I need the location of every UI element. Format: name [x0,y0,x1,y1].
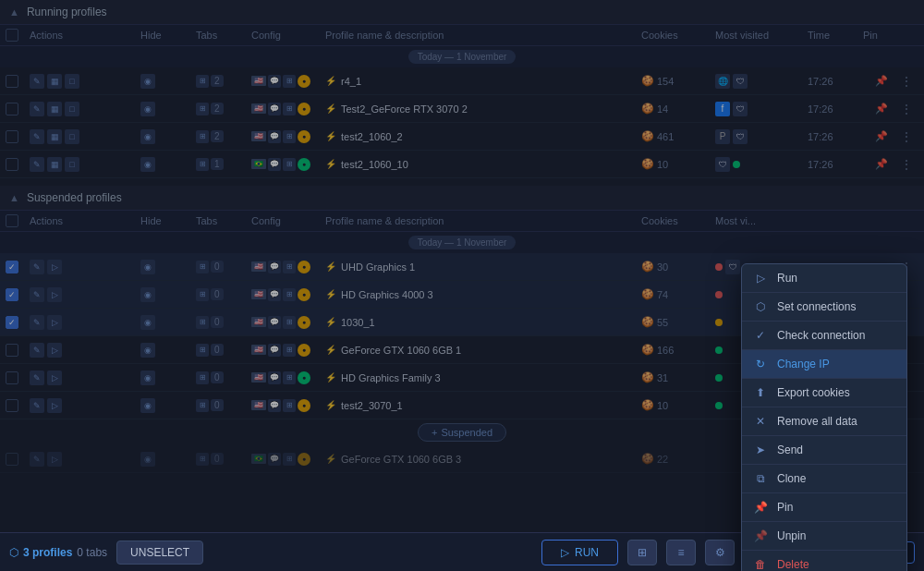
hide-icon[interactable]: ◉ [140,452,155,467]
pin-menu-icon: 📌 [753,500,768,515]
play-icon[interactable]: ▷ [47,315,62,330]
play-icon[interactable]: ▷ [47,343,62,358]
more-menu-r1[interactable]: ⋮ [900,74,918,89]
hide-icon[interactable]: ◉ [140,157,155,172]
hide-icon[interactable]: ◉ [140,74,155,89]
edit-icon[interactable]: ✎ [30,315,44,330]
tab-count-s3: ⊞ 0 [196,316,251,329]
pin-icon-r2[interactable]: 📌 [875,103,888,115]
menu-item-remove-all-data[interactable]: ✕ Remove all data [742,407,906,436]
profile-arrow: ⚡ [325,400,336,410]
more-menu-r4[interactable]: ⋮ [900,157,918,172]
row-checkbox-s1[interactable] [6,261,18,273]
list-view-btn[interactable]: ≡ [666,540,696,565]
grid-icon: ⊞ [283,399,296,412]
chat-icon: 💬 [268,103,281,115]
row-checkbox-r3[interactable] [6,130,18,143]
run-button[interactable]: ▷ RUN [541,540,618,565]
menu-item-pin[interactable]: 📌 Pin [742,493,906,522]
hide-icon[interactable]: ◉ [140,398,155,413]
play-icon[interactable]: ▷ [47,452,62,467]
chart-icon[interactable]: ▦ [47,157,62,172]
stop-icon[interactable]: □ [65,157,79,172]
header-checkbox[interactable] [6,29,30,42]
globe-icon: 🌐 [715,74,730,89]
chart-icon[interactable]: ▦ [47,129,62,144]
edit-icon[interactable]: ✎ [30,74,44,89]
settings-btn[interactable]: ⚙ [705,540,735,565]
edit-icon[interactable]: ✎ [30,260,44,274]
tab-count-s1: ⊞ 0 [196,261,251,273]
select-all-running[interactable] [6,29,18,42]
menu-item-export-cookies[interactable]: ⬆ Export cookies [742,379,906,407]
menu-label-send: Send [777,443,803,456]
profile-name-s7: ⚡ GeForce GTX 1060 6GB 3 [325,454,641,465]
menu-item-run[interactable]: ▷ Run [742,264,906,293]
edit-icon[interactable]: ✎ [30,343,44,358]
more-menu-r2[interactable]: ⋮ [900,102,918,116]
hide-icon[interactable]: ◉ [140,315,155,330]
edit-icon[interactable]: ✎ [30,371,44,385]
more-menu-r3[interactable]: ⋮ [900,129,918,144]
unselect-button[interactable]: UNSELECT [116,541,203,565]
menu-label-unpin: Unpin [777,529,806,542]
running-collapse-icon[interactable]: ▲ [9,6,19,18]
edit-icon[interactable]: ✎ [30,102,44,116]
row-checkbox-s5[interactable] [6,371,18,384]
play-icon[interactable]: ▷ [47,398,62,413]
edit-icon[interactable]: ✎ [30,452,44,467]
menu-item-check-connection[interactable]: ✓ Check connection [742,322,906,350]
hide-icon[interactable]: ◉ [140,102,155,116]
hide-icon[interactable]: ◉ [140,129,155,144]
row-checkbox-r1[interactable] [6,75,18,88]
menu-item-set-connections[interactable]: ⬡ Set connections [742,293,906,322]
pin-icon-r4[interactable]: 📌 [875,158,888,170]
profile-name-s4: ⚡ GeForce GTX 1060 6GB 1 [325,345,641,356]
hide-icon[interactable]: ◉ [140,343,155,358]
play-icon[interactable]: ▷ [47,260,62,274]
row-checkbox-s2[interactable] [6,288,18,301]
stop-icon[interactable]: □ [65,102,79,116]
chart-icon[interactable]: ▦ [47,74,62,89]
menu-item-send[interactable]: ➤ Send [742,436,906,465]
edit-icon[interactable]: ✎ [30,287,44,302]
row-checkbox-s6[interactable] [6,399,18,412]
suspended-section-header[interactable]: ▲ Suspended profiles [0,186,924,211]
hide-icon[interactable]: ◉ [140,260,155,274]
running-section-header[interactable]: ▲ Running profiles [0,0,924,25]
edit-icon[interactable]: ✎ [30,157,44,172]
menu-item-clone[interactable]: ⧉ Clone [742,465,906,493]
row-checkbox-r4[interactable] [6,158,18,171]
select-all-suspended[interactable] [6,214,18,227]
edit-icon[interactable]: ✎ [30,398,44,413]
stop-icon[interactable]: □ [65,129,79,144]
profile-count-number: 3 profiles [23,546,72,559]
pin-icon-r1[interactable]: 📌 [875,75,888,87]
suspended-collapse-icon[interactable]: ▲ [9,192,19,203]
header-checkbox-s[interactable] [6,214,30,227]
shield-icon: 🛡 [725,260,740,274]
menu-item-unpin[interactable]: 📌 Unpin [742,522,906,551]
menu-label-clone: Clone [777,472,806,485]
edit-icon[interactable]: ✎ [30,129,44,144]
cookies-s7: 🍪22 [641,453,715,465]
row-checkbox-r2[interactable] [6,103,18,115]
menu-label-check-connection: Check connection [777,329,865,342]
play-icon[interactable]: ▷ [47,371,62,385]
status-circle: ● [298,344,310,357]
pin-icon-r3[interactable]: 📌 [875,130,888,142]
row-checkbox-s7[interactable] [6,453,18,466]
suspended-action-btn[interactable]: + Suspended [418,423,506,442]
hide-icon[interactable]: ◉ [140,287,155,302]
play-icon[interactable]: ▷ [47,287,62,302]
row-checkbox-s4[interactable] [6,344,18,357]
menu-item-change-ip[interactable]: ↻ Change IP [742,350,906,379]
running-date-badge: Today — 1 November [408,50,517,64]
flag-icon: 🇺🇸 [251,345,266,355]
chart-icon[interactable]: ▦ [47,102,62,116]
row-checkbox-s3[interactable] [6,316,18,329]
grid-view-btn[interactable]: ⊞ [627,540,657,565]
menu-item-delete[interactable]: 🗑 Delete [742,551,906,571]
hide-icon[interactable]: ◉ [140,371,155,385]
stop-icon[interactable]: □ [65,74,79,89]
